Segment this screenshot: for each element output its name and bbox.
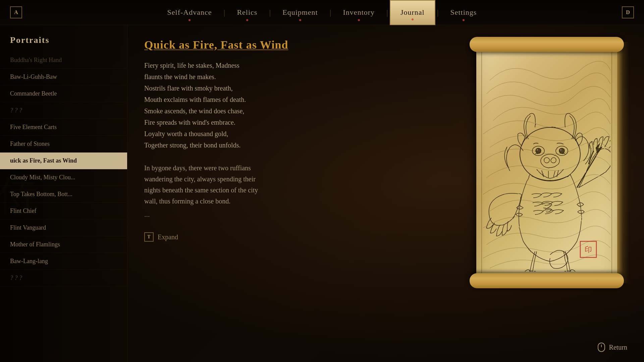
nav-item-relics[interactable]: Relics [227, 0, 267, 25]
ellipsis: ... [144, 210, 433, 219]
nav-item-self-advance[interactable]: Self-Advance [157, 0, 222, 25]
list-item-top-takes-bottom[interactable]: Top Takes Bottom, Bott... [0, 186, 127, 203]
expand-label: Expand [158, 233, 178, 241]
list-item-father-of-stones[interactable]: Father of Stones [0, 136, 127, 153]
svg-point-3 [536, 148, 541, 154]
poem-line-7: Loyalty worth a thousand gold, [144, 128, 433, 139]
svg-point-6 [560, 149, 561, 150]
nav-separator-1: | [222, 8, 227, 17]
svg-text:印: 印 [585, 245, 592, 254]
list-item-quick-as-fire[interactable]: uick as Fire, Fast as Wind [0, 153, 127, 169]
list-item-flint-chief[interactable]: Flint Chief [0, 203, 127, 220]
list-item-mystery-1[interactable]: ? ? ? [0, 102, 127, 119]
poem-line-1: Fiery spirit, life he stakes, Madness [144, 60, 433, 71]
nav-separator-5: | [435, 8, 440, 17]
nav-button-a[interactable]: A [10, 6, 22, 18]
sidebar: Portraits Buddha's Right Hand Baw-Li-Guh… [0, 25, 127, 362]
illustration-panel: 印 [449, 25, 644, 362]
return-button[interactable]: Return [598, 343, 627, 352]
list-item-baw-lang-lang[interactable]: Baw-Lang-lang [0, 253, 127, 270]
nav-item-settings[interactable]: Settings [440, 0, 487, 25]
poem-line-6: Fire spreads with wind's embrace. [144, 117, 433, 128]
nav-item-inventory[interactable]: Inventory [333, 0, 385, 25]
poem-line-8: Together strong, their bond unfolds. [144, 139, 433, 151]
svg-point-8 [544, 158, 549, 163]
return-label: Return [609, 344, 627, 351]
nav-button-d[interactable]: D [622, 6, 634, 18]
list-item-mystery-2[interactable]: ? ? ? [0, 270, 127, 287]
nav-bar: A Self-Advance | Relics | Equipment | In… [0, 0, 644, 25]
nav-separator-4: | [385, 8, 390, 17]
scroll-illustration: 印 [483, 50, 610, 275]
main-content: Portraits Buddha's Right Hand Baw-Li-Guh… [0, 25, 644, 362]
list-item-five-element-carts[interactable]: Five Element Carts [0, 119, 127, 136]
scroll-right-curl [617, 42, 629, 283]
list-item-cloudy-mist[interactable]: Cloudy Mist, Misty Clou... [0, 169, 127, 186]
list-item-mother-of-flamlings[interactable]: Mother of Flamlings [0, 236, 127, 253]
nav-item-journal[interactable]: Journal [390, 0, 435, 25]
svg-point-4 [559, 148, 565, 154]
poem-line-5: Smoke ascends, the wind does chase, [144, 105, 433, 117]
prose-section: In bygone days, there were two ruffians … [144, 163, 433, 219]
poem-line-4: Mouth exclaims with flames of death. [144, 94, 433, 105]
nav-item-equipment[interactable]: Equipment [272, 0, 328, 25]
svg-point-5 [537, 149, 538, 150]
list-item-baw-li-guhh-baw[interactable]: Baw-Li-Guhh-Baw [0, 69, 127, 85]
sidebar-list: Buddha's Right Hand Baw-Li-Guhh-Baw Comm… [0, 52, 127, 352]
expand-key-box: T [144, 232, 154, 242]
scroll-container: 印 [476, 42, 617, 283]
scroll-top-roll [470, 37, 624, 52]
poem-line-3: Nostrils flare with smoky breath, [144, 82, 433, 94]
nav-separator-2: | [267, 8, 272, 17]
list-item-buddhas-right-hand[interactable]: Buddha's Right Hand [0, 52, 127, 69]
scroll-bottom-roll [470, 273, 624, 288]
svg-point-9 [551, 158, 556, 163]
poem-section: Fiery spirit, life he stakes, Madness fl… [144, 60, 433, 151]
illustration-svg: 印 [483, 54, 610, 272]
prose-text: In bygone days, there were two ruffians … [144, 163, 272, 207]
list-item-commander-beetle[interactable]: Commander Beetle [0, 85, 127, 102]
sidebar-title: Portraits [0, 32, 127, 52]
nav-separator-3: | [328, 8, 333, 17]
mouse-icon [598, 343, 605, 352]
svg-point-7 [541, 154, 559, 168]
expand-button[interactable]: T Expand [144, 232, 433, 242]
content-panel: Quick as Fire, Fast as Wind Fiery spirit… [127, 25, 449, 362]
poem-line-2: flaunts the wind he makes. [144, 71, 433, 82]
entry-title: Quick as Fire, Fast as Wind [144, 39, 433, 51]
list-item-flint-vanguard[interactable]: Flint Vanguard [0, 220, 127, 236]
nav-items: Self-Advance | Relics | Equipment | Inve… [29, 0, 615, 25]
